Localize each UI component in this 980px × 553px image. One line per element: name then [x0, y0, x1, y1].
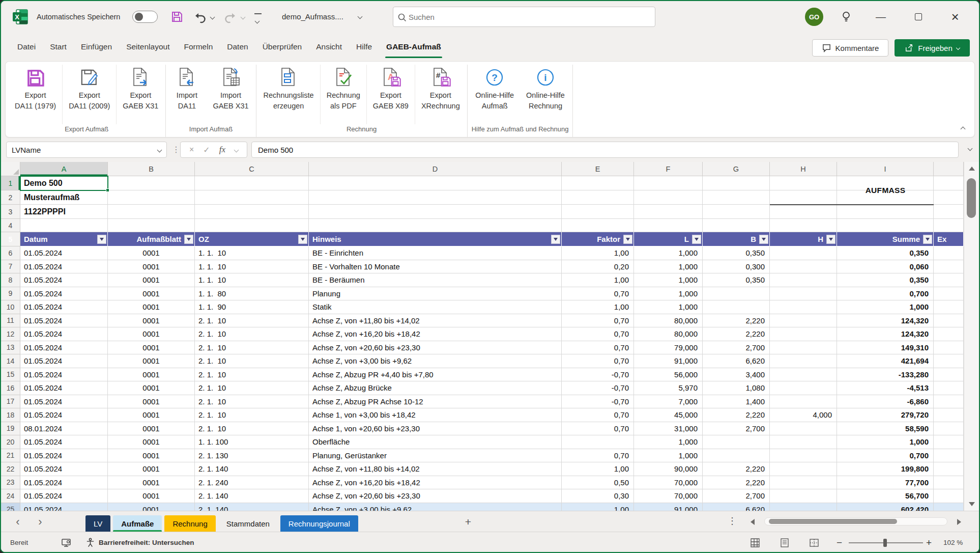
cell[interactable]	[703, 449, 770, 463]
cell[interactable]: 01.05.2024	[20, 408, 108, 422]
sheet-tab-lv[interactable]: LV	[85, 515, 110, 532]
ribbon-tab-formeln[interactable]: Formeln	[177, 33, 220, 61]
cell[interactable]: 1,000	[837, 435, 934, 449]
cell[interactable]: -4,513	[837, 381, 934, 395]
column-header-G[interactable]: G	[703, 162, 770, 176]
row-header-13[interactable]: 13	[1, 341, 20, 355]
cell[interactable]	[770, 176, 837, 190]
cell[interactable]: Planung	[309, 287, 562, 301]
cell[interactable]: B	[703, 232, 770, 246]
cell[interactable]: Achse 1, von +20,60 bis +23,30	[309, 422, 562, 436]
cell[interactable]	[934, 408, 964, 422]
row-header-25[interactable]: 25	[1, 503, 20, 511]
cell[interactable]: 0,350	[837, 273, 934, 287]
filter-button[interactable]	[184, 235, 193, 244]
row-header-19[interactable]: 19	[1, 422, 20, 436]
row-header-21[interactable]: 21	[1, 449, 20, 463]
cell[interactable]: 0001	[108, 476, 195, 490]
insert-function-icon[interactable]: fx	[219, 145, 225, 155]
cell[interactable]	[703, 176, 770, 190]
cell[interactable]: 0001	[108, 314, 195, 328]
cell[interactable]	[770, 422, 837, 436]
cell[interactable]: BE - Beräumen	[309, 273, 562, 287]
cell[interactable]: 1. 1. 100	[195, 435, 309, 449]
customize-qat-icon[interactable]	[254, 13, 262, 25]
cell[interactable]	[562, 435, 634, 449]
confirm-entry-icon[interactable]: ✓	[203, 145, 210, 155]
display-settings-icon[interactable]	[61, 532, 71, 553]
row-header-15[interactable]: 15	[1, 368, 20, 382]
cell[interactable]: 0,350	[703, 273, 770, 287]
cell[interactable]	[562, 190, 634, 205]
cell[interactable]	[770, 449, 837, 463]
ribbon-tab-seitenlayout[interactable]: Seitenlayout	[119, 33, 177, 61]
cell[interactable]	[195, 176, 309, 190]
cell[interactable]: 91,000	[634, 354, 703, 368]
cell[interactable]	[934, 314, 964, 328]
cell[interactable]: 6,620	[703, 503, 770, 511]
cell[interactable]: 124,320	[837, 314, 934, 328]
cell[interactable]: 1,000	[634, 300, 703, 314]
comments-button[interactable]: Kommentare	[812, 39, 888, 57]
cell[interactable]: 0001	[108, 300, 195, 314]
zoom-slider-thumb[interactable]	[883, 539, 887, 547]
cell[interactable]	[309, 219, 562, 232]
maximize-button[interactable]	[910, 8, 927, 25]
cell[interactable]: 2. 1. 140	[195, 489, 309, 503]
cell[interactable]	[770, 190, 837, 205]
cell[interactable]: 01.05.2024	[20, 327, 108, 341]
cell[interactable]	[934, 205, 964, 219]
online-hilfe-aufmaß-button[interactable]: ?Online-HilfeAufmaß	[469, 65, 520, 124]
cell[interactable]: 1,00	[562, 503, 634, 511]
filter-button[interactable]	[97, 235, 106, 244]
share-button[interactable]: Freigeben	[895, 39, 970, 57]
cell[interactable]: Ex	[934, 232, 964, 246]
row-header-14[interactable]: 14	[1, 354, 20, 368]
cell[interactable]	[703, 190, 770, 205]
cell[interactable]: Summe	[837, 232, 934, 246]
cell[interactable]	[934, 260, 964, 274]
cell[interactable]: 1,000	[634, 287, 703, 301]
row-header-6[interactable]: 6	[1, 246, 20, 260]
filter-button[interactable]	[759, 235, 768, 244]
row-header-22[interactable]: 22	[1, 462, 20, 476]
cell[interactable]	[934, 476, 964, 490]
filter-button[interactable]	[923, 235, 932, 244]
cell[interactable]	[934, 354, 964, 368]
cell[interactable]	[934, 489, 964, 503]
cell[interactable]	[934, 219, 964, 232]
cell[interactable]	[108, 219, 195, 232]
cell[interactable]	[934, 190, 964, 205]
export-da11-2009--button[interactable]: ExportDA11 (2009)	[62, 65, 116, 124]
cell[interactable]: 2,220	[703, 327, 770, 341]
row-header-4[interactable]: 4	[1, 219, 20, 232]
cell[interactable]: 0001	[108, 246, 195, 260]
cell[interactable]: Achse 1, von +3,00 bis +18,42	[309, 408, 562, 422]
cell[interactable]: Achse Z, von +11,80 bis +14,02	[309, 462, 562, 476]
cell[interactable]: -133,280	[837, 368, 934, 382]
cell[interactable]: 01.05.2024	[20, 489, 108, 503]
cell[interactable]: -0,70	[562, 381, 634, 395]
horizontal-scroll-thumb[interactable]	[769, 519, 897, 524]
cell[interactable]: 0,300	[703, 260, 770, 274]
row-header-5[interactable]: 5	[1, 232, 20, 246]
cell[interactable]	[309, 176, 562, 190]
row-header-9[interactable]: 9	[1, 287, 20, 301]
cell[interactable]: 1,00	[562, 273, 634, 287]
cancel-entry-icon[interactable]: ×	[189, 145, 194, 154]
cell[interactable]: 2,700	[703, 422, 770, 436]
cell[interactable]: 2. 1. 10	[195, 395, 309, 409]
filter-button[interactable]	[298, 235, 307, 244]
cell[interactable]: Achse Z, Abzug PR Achse 10-12	[309, 395, 562, 409]
cell[interactable]: BE - Vorhalten 10 Monate	[309, 260, 562, 274]
cell[interactable]: 1122PPPPI	[20, 205, 108, 219]
cell[interactable]: 0,060	[837, 260, 934, 274]
lightbulb-icon[interactable]	[840, 10, 853, 23]
view-page-break-button[interactable]	[809, 532, 819, 553]
cell[interactable]: Planung, Gerüstanker	[309, 449, 562, 463]
cell[interactable]: OZ	[195, 232, 309, 246]
cell[interactable]	[934, 246, 964, 260]
title-dropdown-icon[interactable]	[358, 14, 363, 19]
cell[interactable]	[770, 327, 837, 341]
search-box[interactable]	[393, 7, 655, 27]
